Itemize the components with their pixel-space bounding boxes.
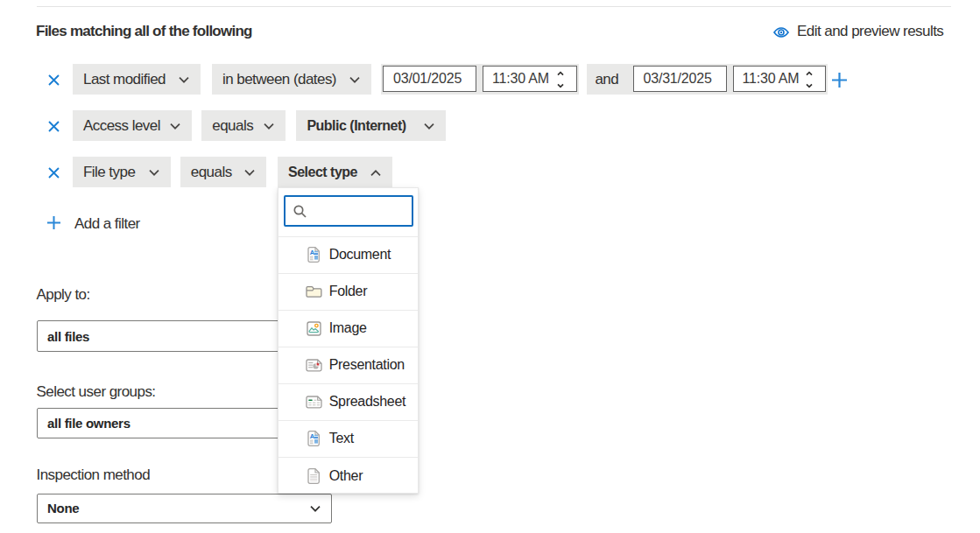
svg-text:A: A — [310, 249, 315, 256]
svg-text:A: A — [310, 432, 315, 440]
